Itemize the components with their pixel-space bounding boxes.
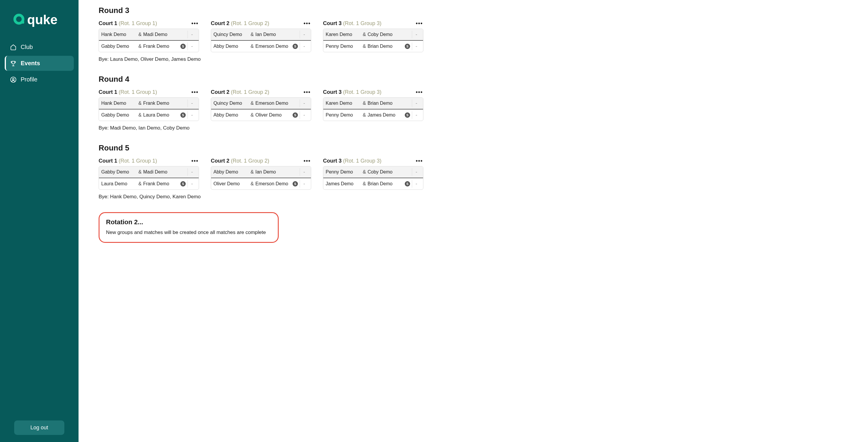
logout-button[interactable]: Log out xyxy=(14,420,64,435)
trophy-icon xyxy=(10,60,17,67)
bye-text: Bye: Madi Demo, Ian Demo, Coby Demo xyxy=(99,125,856,131)
court-group: (Rot. 1 Group 3) xyxy=(343,158,381,164)
court-more-button[interactable]: ••• xyxy=(303,88,311,96)
player-one: Karen Demo xyxy=(326,32,361,37)
sidebar-item-profile[interactable]: Profile xyxy=(5,72,74,87)
match-row[interactable]: Quincy Demo & Emerson Demo - xyxy=(211,98,311,109)
ampersand: & xyxy=(361,181,368,186)
court-group: (Rot. 1 Group 2) xyxy=(231,89,269,95)
court-more-button[interactable]: ••• xyxy=(415,88,423,96)
brand-logo: quke xyxy=(5,7,74,37)
svg-point-3 xyxy=(12,78,14,80)
serve-badge-icon: S xyxy=(180,112,186,118)
player-one: Gabby Demo xyxy=(101,169,137,175)
court-card: Court 1 (Rot. 1 Group 1) ••• Gabby Demo … xyxy=(99,157,199,190)
court-more-button[interactable]: ••• xyxy=(303,19,311,28)
match-table: Karen Demo & Coby Demo - Penny Demo & Br… xyxy=(323,29,423,52)
court-more-button[interactable]: ••• xyxy=(415,157,423,165)
court-more-button[interactable]: ••• xyxy=(303,157,311,165)
match-row[interactable]: Hank Demo & Frank Demo - xyxy=(99,98,199,109)
player-one: James Demo xyxy=(326,181,361,186)
court-header: Court 1 (Rot. 1 Group 1) ••• xyxy=(99,88,199,96)
player-one: Penny Demo xyxy=(326,169,361,175)
match-row[interactable]: Abby Demo & Ian Demo - xyxy=(211,166,311,178)
score-cell: - xyxy=(300,168,309,176)
home-icon xyxy=(10,44,17,50)
score-cell: - xyxy=(412,31,421,38)
court-card: Court 1 (Rot. 1 Group 1) ••• Hank Demo &… xyxy=(99,19,199,52)
court-group: (Rot. 1 Group 3) xyxy=(343,89,381,95)
court-more-button[interactable]: ••• xyxy=(191,19,199,28)
serve-badge-icon: S xyxy=(405,181,410,186)
score-cell: - xyxy=(412,180,421,188)
court-group: (Rot. 1 Group 2) xyxy=(231,158,269,164)
match-row[interactable]: Karen Demo & Brian Demo - xyxy=(323,98,423,109)
player-two: Brian Demo xyxy=(368,101,403,106)
sidebar-item-club[interactable]: Club xyxy=(5,39,74,55)
player-one: Karen Demo xyxy=(326,101,361,106)
courts-row: Court 1 (Rot. 1 Group 1) ••• Gabby Demo … xyxy=(99,157,856,190)
serve-badge-icon: S xyxy=(405,112,410,118)
player-one: Gabby Demo xyxy=(101,44,137,49)
sidebar-item-events[interactable]: Events xyxy=(5,56,74,71)
score-cell: - xyxy=(187,31,196,38)
player-one: Quincy Demo xyxy=(213,32,249,37)
bye-text: Bye: Hank Demo, Quincy Demo, Karen Demo xyxy=(99,194,856,200)
court-title: Court 2 (Rot. 1 Group 2) xyxy=(211,20,269,27)
more-horizontal-icon: ••• xyxy=(304,158,311,164)
player-two: Emerson Demo xyxy=(255,181,291,186)
court-card: Court 2 (Rot. 1 Group 2) ••• Quincy Demo… xyxy=(211,88,311,121)
serve-badge-icon: S xyxy=(180,181,186,186)
court-header: Court 3 (Rot. 1 Group 3) ••• xyxy=(323,88,423,96)
player-two: Madi Demo xyxy=(143,169,179,175)
brand-name: quke xyxy=(27,12,58,27)
court-header: Court 1 (Rot. 1 Group 1) ••• xyxy=(99,157,199,165)
match-row[interactable]: Gabby Demo & Laura Demo S - xyxy=(99,109,199,121)
player-two: Brian Demo xyxy=(368,44,403,49)
court-card: Court 3 (Rot. 1 Group 3) ••• Karen Demo … xyxy=(323,88,423,121)
court-group: (Rot. 1 Group 3) xyxy=(343,20,381,26)
round-title: Round 3 xyxy=(99,6,856,15)
match-row[interactable]: Gabby Demo & Madi Demo - xyxy=(99,166,199,178)
match-row[interactable]: Abby Demo & Emerson Demo S - xyxy=(211,40,311,52)
sidebar: quke Club Events Profile Log out xyxy=(0,0,79,442)
ampersand: & xyxy=(361,44,368,49)
ampersand: & xyxy=(137,32,143,37)
player-one: Penny Demo xyxy=(326,112,361,118)
serve-badge-cell: S xyxy=(179,112,187,118)
match-row[interactable]: Laura Demo & Frank Demo S - xyxy=(99,178,199,190)
ampersand: & xyxy=(137,169,143,175)
more-horizontal-icon: ••• xyxy=(416,89,423,95)
score-cell: - xyxy=(187,180,196,188)
match-row[interactable]: Oliver Demo & Emerson Demo S - xyxy=(211,178,311,190)
match-row[interactable]: Quincy Demo & Ian Demo - xyxy=(211,29,311,40)
court-header: Court 2 (Rot. 1 Group 2) ••• xyxy=(211,88,311,96)
court-title: Court 1 (Rot. 1 Group 1) xyxy=(99,158,157,164)
player-one: Oliver Demo xyxy=(213,181,249,186)
player-one: Hank Demo xyxy=(101,32,137,37)
match-row[interactable]: Penny Demo & James Demo S - xyxy=(323,109,423,121)
match-row[interactable]: Penny Demo & Coby Demo - xyxy=(323,166,423,178)
serve-badge-icon: S xyxy=(292,112,298,118)
match-row[interactable]: Penny Demo & Brian Demo S - xyxy=(323,40,423,52)
court-title: Court 2 (Rot. 1 Group 2) xyxy=(211,89,269,95)
ampersand: & xyxy=(249,101,255,106)
player-two: Frank Demo xyxy=(143,181,179,186)
match-table: Hank Demo & Madi Demo - Gabby Demo & Fra… xyxy=(99,29,199,52)
player-two: Laura Demo xyxy=(143,112,179,118)
more-horizontal-icon: ••• xyxy=(191,158,198,164)
more-horizontal-icon: ••• xyxy=(416,158,423,164)
ampersand: & xyxy=(137,44,143,49)
match-row[interactable]: Hank Demo & Madi Demo - xyxy=(99,29,199,40)
court-header: Court 3 (Rot. 1 Group 3) ••• xyxy=(323,19,423,28)
court-more-button[interactable]: ••• xyxy=(191,88,199,96)
court-more-button[interactable]: ••• xyxy=(191,157,199,165)
score-cell: - xyxy=(187,99,196,107)
match-row[interactable]: Abby Demo & Oliver Demo S - xyxy=(211,109,311,121)
player-two: Ian Demo xyxy=(255,32,291,37)
match-row[interactable]: Karen Demo & Coby Demo - xyxy=(323,29,423,40)
match-row[interactable]: Gabby Demo & Frank Demo S - xyxy=(99,40,199,52)
match-row[interactable]: James Demo & Brian Demo S - xyxy=(323,178,423,190)
court-title: Court 3 (Rot. 1 Group 3) xyxy=(323,20,381,27)
court-more-button[interactable]: ••• xyxy=(415,19,423,28)
